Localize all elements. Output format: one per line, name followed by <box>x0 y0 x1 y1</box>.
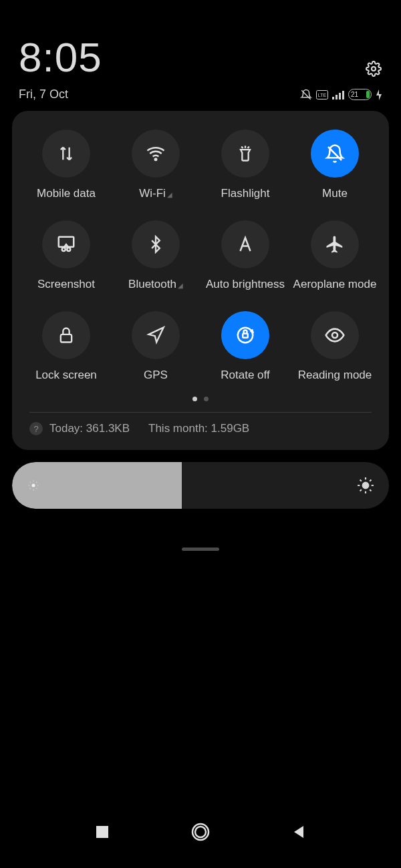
tile-gps[interactable]: GPS <box>111 311 200 382</box>
quick-settings-grid: Mobile data Wi-Fi◢ Flashlight Mute Scree… <box>21 130 380 382</box>
svg-line-33 <box>370 489 371 491</box>
svg-rect-16 <box>61 335 72 343</box>
svg-point-19 <box>332 333 338 338</box>
help-icon: ? <box>29 422 43 435</box>
svg-rect-7 <box>342 91 344 99</box>
mobile-data-icon <box>57 144 76 163</box>
tile-lock-screen[interactable]: Lock screen <box>21 311 111 382</box>
tile-label: Lock screen <box>35 369 97 382</box>
page-dots[interactable] <box>21 397 380 401</box>
tile-mobile-data[interactable]: Mobile data <box>21 130 111 200</box>
svg-line-10 <box>241 147 243 148</box>
svg-rect-6 <box>339 93 341 99</box>
svg-point-20 <box>32 484 35 487</box>
status-icons: LTE 21 <box>300 89 382 101</box>
notification-header: 8:05 Fri, 7 Oct LTE 21 <box>0 0 401 101</box>
volte-icon: LTE <box>316 90 328 99</box>
svg-point-25 <box>29 481 31 483</box>
tile-label: Aeroplane mode <box>293 278 377 291</box>
tile-label: Mute <box>322 187 348 200</box>
flashlight-icon <box>236 144 255 163</box>
tile-mute[interactable]: Mute <box>290 130 380 200</box>
tile-rotate-off[interactable]: Rotate off <box>200 311 290 382</box>
tile-label: GPS <box>144 369 168 382</box>
page-dot-1 <box>192 397 197 401</box>
brightness-low-icon <box>27 479 40 492</box>
tile-reading-mode[interactable]: Reading mode <box>290 311 380 382</box>
svg-line-32 <box>360 480 362 481</box>
eye-icon <box>324 324 346 346</box>
date-status-row: Fri, 7 Oct LTE 21 <box>19 87 382 101</box>
svg-point-40 <box>195 827 206 837</box>
svg-point-0 <box>372 67 376 71</box>
wifi-icon <box>146 144 166 164</box>
nav-home-button[interactable] <box>180 812 221 852</box>
nav-recent-button[interactable] <box>82 812 122 852</box>
tile-label: Flashlight <box>221 187 270 200</box>
rotate-lock-icon <box>235 325 255 345</box>
svg-rect-38 <box>96 826 108 838</box>
svg-point-15 <box>67 248 70 251</box>
screenshot-icon <box>56 234 76 254</box>
svg-line-37 <box>370 480 371 481</box>
tile-aeroplane-mode[interactable]: Aeroplane mode <box>290 220 380 291</box>
svg-point-26 <box>36 488 37 489</box>
mute-icon <box>325 144 345 164</box>
tile-label: Auto brightness <box>206 278 285 291</box>
svg-point-21 <box>33 481 34 482</box>
back-triangle-icon <box>291 825 306 839</box>
signal-icon <box>332 90 344 99</box>
svg-text:LTE: LTE <box>318 93 327 97</box>
auto-brightness-icon <box>235 234 255 254</box>
tile-label: Mobile data <box>37 187 96 200</box>
usage-today: Today: 361.3KB <box>49 422 130 435</box>
svg-rect-18 <box>243 334 248 338</box>
mute-status-icon <box>300 89 312 101</box>
square-icon <box>95 825 110 839</box>
date: Fri, 7 Oct <box>19 87 68 101</box>
panel-grabber[interactable] <box>182 548 219 551</box>
svg-rect-5 <box>336 95 338 99</box>
svg-point-22 <box>33 489 34 491</box>
brightness-slider[interactable] <box>12 462 389 509</box>
svg-rect-4 <box>332 97 334 99</box>
data-usage-row[interactable]: ? Today: 361.3KB This month: 1.59GB <box>21 413 380 439</box>
svg-line-36 <box>360 489 362 491</box>
gear-icon <box>366 61 382 77</box>
svg-point-14 <box>62 248 65 251</box>
settings-button[interactable] <box>365 60 382 77</box>
bluetooth-icon <box>146 235 165 254</box>
tile-label: Reading mode <box>298 369 372 382</box>
page-dot-2 <box>204 397 209 401</box>
quick-settings-panel: Mobile data Wi-Fi◢ Flashlight Mute Scree… <box>12 111 389 450</box>
charging-icon <box>376 89 382 100</box>
lock-icon <box>57 326 76 345</box>
svg-point-29 <box>363 483 369 489</box>
nav-back-button[interactable] <box>279 812 319 852</box>
brightness-high-icon <box>357 477 374 494</box>
svg-point-24 <box>37 485 39 486</box>
tile-wifi[interactable]: Wi-Fi◢ <box>111 130 200 200</box>
nav-bar <box>0 812 401 852</box>
svg-point-28 <box>36 481 37 483</box>
tile-label: Bluetooth◢ <box>128 278 183 291</box>
clock: 8:05 <box>19 33 382 81</box>
tile-flashlight[interactable]: Flashlight <box>200 130 290 200</box>
circle-icon <box>190 822 211 842</box>
svg-point-27 <box>29 488 31 489</box>
tile-label: Screenshot <box>37 278 95 291</box>
tile-label: Wi-Fi◢ <box>139 187 172 200</box>
svg-point-23 <box>29 485 30 486</box>
tile-auto-brightness[interactable]: Auto brightness <box>200 220 290 291</box>
battery-indicator: 21 <box>348 89 372 100</box>
tile-bluetooth[interactable]: Bluetooth◢ <box>111 220 200 291</box>
usage-month: This month: 1.59GB <box>148 422 249 435</box>
svg-line-11 <box>248 147 249 148</box>
tile-screenshot[interactable]: Screenshot <box>21 220 111 291</box>
tile-label: Rotate off <box>221 369 269 382</box>
airplane-icon <box>325 234 345 254</box>
svg-point-8 <box>155 159 157 161</box>
gps-icon <box>146 326 165 345</box>
